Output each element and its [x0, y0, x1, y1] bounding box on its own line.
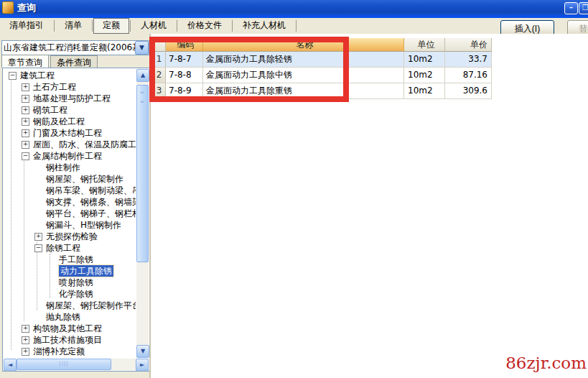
tree-node-label[interactable]: 砌筑工程	[33, 104, 67, 116]
table-row[interactable]: 37-8-9金属面动力工具除重锈10m2309.6	[153, 83, 492, 99]
tree-node-label[interactable]: 金属结构制作工程	[33, 150, 102, 162]
expand-icon[interactable]: +	[22, 325, 29, 333]
expand-icon[interactable]: +	[22, 95, 29, 103]
cell-num[interactable]: 3	[153, 83, 166, 99]
expand-icon[interactable]: +	[22, 348, 29, 356]
tab-separator	[92, 20, 93, 32]
sidebar-tab-1[interactable]: 章节查询	[1, 55, 49, 68]
column-header-price[interactable]: 单价	[445, 38, 492, 52]
scroll-right-icon[interactable]: ►	[136, 359, 149, 372]
collapse-icon[interactable]: −	[9, 72, 17, 80]
cell-unit[interactable]: 10m2	[404, 68, 445, 83]
quota-library-select[interactable]: 山东省建筑工程消耗量定额(2006基价 ▼	[1, 40, 149, 55]
main-tab-1[interactable]: 清单指引	[0, 18, 53, 34]
tree-node: +地基处理与防护工程	[3, 93, 136, 104]
tree-node-label[interactable]: 屋面、防水、保温及防腐工	[33, 139, 136, 150]
tree-node-label[interactable]: 钢屋架、钢托架制作	[46, 173, 123, 185]
tree-node-label[interactable]: 施工技术措施项目	[33, 334, 102, 346]
tree-node: +门窗及木结构工程	[3, 127, 136, 139]
tree-node-label[interactable]: 建筑工程	[20, 70, 55, 81]
tab-separator	[177, 20, 177, 32]
tree-node-label[interactable]: 喷射除锈	[59, 277, 93, 288]
tree-node-label[interactable]: 抛丸除锈	[46, 311, 80, 323]
cell-price[interactable]: 309.6	[445, 83, 492, 99]
watermark: 86zjr.com	[505, 354, 587, 372]
expand-icon[interactable]: +	[22, 141, 29, 149]
sidebar-tab-2[interactable]: 条件查询	[50, 55, 98, 68]
tree-node: +土石方工程	[3, 81, 136, 93]
cell-price[interactable]: 33.7	[445, 52, 492, 68]
column-header-unit[interactable]: 单位	[404, 38, 445, 52]
tree-node-label-selected[interactable]: 动力工具除锈	[59, 265, 113, 277]
cell-name[interactable]: 金属面动力工具除轻锈	[203, 52, 404, 68]
tree-node-label[interactable]: 手工除锈	[59, 254, 93, 265]
main-tab-5[interactable]: 价格文件	[178, 18, 231, 34]
tree-node-label[interactable]: 无损探伤检验	[46, 231, 98, 242]
quota-grid-panel: 编码名称单位单价17-8-7金属面动力工具除轻锈10m233.727-8-8金属…	[151, 34, 588, 378]
collapse-icon[interactable]: −	[22, 152, 29, 160]
cell-code[interactable]: 7-8-7	[166, 52, 203, 68]
cell-name[interactable]: 金属面动力工具除中锈	[203, 68, 404, 83]
scroll-down-icon[interactable]: ▼	[136, 345, 149, 358]
chevron-down-icon[interactable]: ▼	[135, 41, 149, 55]
cell-price[interactable]: 87.16	[445, 68, 492, 83]
sidebar-tab-bar: 章节查询条件查询	[1, 55, 99, 68]
tree-node-label[interactable]: 钢支撑、钢檩条、钢墙架	[46, 196, 136, 208]
chapter-tree: −建筑工程+土石方工程+地基处理与防护工程+砌筑工程+钢筋及砼工程+门窗及木结构…	[3, 70, 136, 357]
expand-icon[interactable]: +	[22, 336, 29, 344]
tree-horizontal-scrollbar[interactable]: ◄ |||| ►	[4, 359, 149, 370]
tree-node: +屋面、防水、保温及防腐工	[3, 139, 136, 150]
tab-separator	[54, 20, 55, 32]
vertical-scroll-thumb[interactable]: ==	[136, 85, 149, 262]
tree-node: 钢屋架、钢托架制作	[3, 173, 136, 185]
tree-vertical-scrollbar[interactable]: ▲ == ▼	[136, 69, 149, 358]
horizontal-scroll-thumb[interactable]: ||||	[17, 359, 111, 370]
column-header-num[interactable]	[153, 38, 166, 52]
cell-code[interactable]: 7-8-9	[166, 83, 203, 99]
cell-name[interactable]: 金属面动力工具除重锈	[203, 83, 404, 99]
tree-node: 动力工具除锈	[3, 265, 136, 277]
table-row[interactable]: 17-8-7金属面动力工具除轻锈10m233.7	[153, 52, 492, 68]
tree-node: 钢屋架、钢托架制作平台	[3, 300, 136, 311]
minimize-button[interactable]: –	[564, 2, 578, 14]
main-tab-3[interactable]: 定额	[93, 18, 129, 34]
quota-library-value: 山东省建筑工程消耗量定额(2006基价	[2, 42, 135, 54]
column-header-code[interactable]: 编码	[166, 38, 203, 52]
tree-node-label[interactable]: 土石方工程	[33, 81, 76, 93]
tree-node: −除锈工程	[3, 242, 136, 254]
app-icon	[2, 1, 14, 14]
scroll-left-icon[interactable]: ◄	[4, 359, 17, 372]
tree-node-label[interactable]: 门窗及木结构工程	[33, 127, 102, 139]
expand-icon[interactable]: +	[22, 83, 29, 91]
tree-node-label[interactable]: 化学除锈	[59, 288, 93, 300]
tree-node-label[interactable]: 钢筋及砼工程	[33, 116, 85, 127]
expand-icon[interactable]: +	[22, 129, 29, 137]
tree-node-label[interactable]: 钢吊车梁、钢制动梁、吊	[46, 185, 136, 196]
tree-node-label[interactable]: 钢漏斗、H型钢制作	[46, 219, 121, 231]
table-row[interactable]: 27-8-8金属面动力工具除中锈10m287.16	[153, 68, 492, 83]
main-tab-6[interactable]: 补充人材机	[233, 18, 295, 34]
column-header-name[interactable]: 名称	[203, 38, 404, 52]
main-tab-2[interactable]: 清单	[55, 18, 91, 34]
tree-node-label[interactable]: 地基处理与防护工程	[33, 93, 111, 104]
tree-node: 抛丸除锈	[3, 311, 136, 323]
maximize-button[interactable]: ❐	[579, 2, 588, 14]
tree-node-label[interactable]: 钢屋架、钢托架制作平台	[46, 300, 136, 311]
tree-node-label[interactable]: 淄博补充定额	[33, 346, 85, 357]
cell-num[interactable]: 1	[153, 52, 166, 68]
tree-node-label[interactable]: 除锈工程	[46, 242, 80, 254]
cell-code[interactable]: 7-8-8	[166, 68, 203, 83]
tree-node: 钢支撑、钢檩条、钢墙架	[3, 196, 136, 208]
collapse-icon[interactable]: −	[34, 244, 42, 252]
main-tab-4[interactable]: 人材机	[131, 18, 176, 34]
tree-node-label[interactable]: 钢平台、钢梯子、钢栏杆	[46, 208, 136, 219]
expand-icon[interactable]: +	[22, 118, 29, 126]
cell-num[interactable]: 2	[153, 68, 166, 83]
cell-unit[interactable]: 10m2	[404, 52, 445, 68]
tree-node-label[interactable]: 钢柱制作	[46, 162, 80, 173]
cell-unit[interactable]: 10m2	[404, 83, 445, 99]
expand-icon[interactable]: +	[22, 106, 29, 114]
scroll-up-icon[interactable]: ▲	[136, 69, 149, 82]
expand-icon[interactable]: +	[34, 233, 42, 241]
tree-node-label[interactable]: 构筑物及其他工程	[33, 323, 102, 334]
